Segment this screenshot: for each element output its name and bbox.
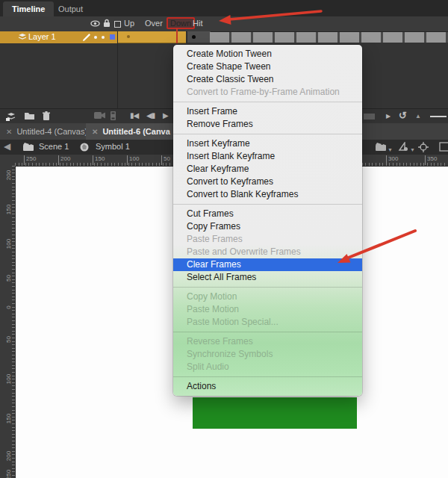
h-ruler-label: 150 xyxy=(93,155,105,165)
play-icon[interactable]: ▶ xyxy=(163,111,169,120)
layer-row[interactable]: Layer 1 xyxy=(0,31,448,43)
frame-label-down[interactable]: Down xyxy=(167,17,195,29)
menu-item-create-classic-tween[interactable]: Create Classic Tween xyxy=(173,73,362,86)
v-ruler-label: 150 xyxy=(5,412,12,426)
playhead[interactable] xyxy=(176,28,178,43)
doc-tab-untitled-4[interactable]: ✕Untitled-4 (Canvas)* xyxy=(0,123,87,140)
menu-item-insert-blank-keyframe[interactable]: Insert Blank Keyframe xyxy=(173,150,362,163)
symbol-name-label[interactable]: Symbol 1 xyxy=(96,142,130,151)
v-ruler-label: 100 xyxy=(5,372,12,387)
back-arrow-icon[interactable]: ◀ xyxy=(4,141,10,152)
chevron-down-icon: ▼ xyxy=(388,147,393,152)
loop-playback-icon[interactable]: ↺ xyxy=(399,110,407,121)
h-ruler-label: 350 xyxy=(425,155,437,165)
vertical-ruler: 20015010050050100150200250 xyxy=(0,166,16,478)
keyframe-dot xyxy=(192,35,196,39)
menu-item-create-shape-tween[interactable]: Create Shape Tween xyxy=(173,60,362,73)
frame-view-menu-icon[interactable]: ▲ xyxy=(415,113,421,120)
go-to-first-frame-icon[interactable]: ▮◀ xyxy=(130,111,138,120)
h-ruler-label: 300 xyxy=(386,155,398,165)
menu-item-insert-keyframe[interactable]: Insert Keyframe xyxy=(173,137,362,150)
h-ruler-label: 250 xyxy=(24,155,36,165)
lock-icon[interactable] xyxy=(103,19,111,28)
menu-item-clear-keyframe[interactable]: Clear Keyframe xyxy=(173,163,362,176)
menu-item-paste-motion-special: Paste Motion Special... xyxy=(173,316,362,329)
menu-item-convert-to-frame-by-frame-animation: Convert to Frame-by-Frame Animation xyxy=(173,86,362,99)
empty-frames-grid[interactable] xyxy=(210,32,448,43)
menu-item-copy-frames[interactable]: Copy Frames xyxy=(173,220,362,233)
outline-color-icon[interactable] xyxy=(114,21,121,28)
close-icon[interactable]: ✕ xyxy=(92,128,98,136)
menu-item-remove-frames[interactable]: Remove Frames xyxy=(173,118,362,131)
v-ruler-label: 50 xyxy=(5,271,12,286)
menu-item-convert-to-blank-keyframes[interactable]: Convert to Blank Keyframes xyxy=(173,188,362,201)
h-ruler-label: 100 xyxy=(127,155,139,165)
chevron-down-icon: ▼ xyxy=(410,147,415,152)
menu-item-copy-motion: Copy Motion xyxy=(173,291,362,303)
tab-timeline[interactable]: Timeline xyxy=(3,1,54,16)
scene-clapperboard-icon xyxy=(22,142,34,152)
step-back-icon[interactable]: ◀▮ xyxy=(146,111,155,120)
menu-item-select-all-frames[interactable]: Select All Frames xyxy=(173,271,362,284)
panel-tab-bar: Timeline Output xyxy=(0,0,448,17)
green-rectangle-shape[interactable] xyxy=(193,397,357,429)
layer-name-cell[interactable]: Layer 1 xyxy=(0,31,117,43)
center-frame-crosshair-icon[interactable] xyxy=(418,142,429,152)
menu-separator xyxy=(173,329,362,335)
layer-visible-dot[interactable] xyxy=(94,36,97,39)
symbol-hand-icon xyxy=(79,142,90,152)
camera-icon[interactable] xyxy=(94,111,105,120)
menu-item-convert-to-keyframes[interactable]: Convert to Keyframes xyxy=(173,176,362,188)
keyframe-dot xyxy=(127,35,130,38)
timeline-scrollbar-thumb[interactable] xyxy=(364,114,375,120)
menu-item-clear-frames[interactable]: Clear Frames xyxy=(173,258,362,271)
context-menu: Create Motion TweenCreate Shape TweenCre… xyxy=(173,45,362,396)
menu-item-paste-and-overwrite-frames: Paste and Overwrite Frames xyxy=(173,246,362,258)
v-ruler-label: 0 xyxy=(5,300,12,315)
edit-symbol-icon[interactable] xyxy=(398,142,409,152)
pencil-edit-icon xyxy=(82,33,91,42)
hit-frame-cell[interactable] xyxy=(187,31,211,43)
v-ruler-label: 200 xyxy=(5,449,12,464)
h-ruler-label: 200 xyxy=(58,155,70,165)
menu-item-paste-motion: Paste Motion xyxy=(173,303,362,316)
scroll-right-icon[interactable]: ▶ xyxy=(386,113,391,120)
v-ruler-label: 100 xyxy=(5,237,12,252)
menu-separator xyxy=(173,131,362,137)
frame-label-up[interactable]: Up xyxy=(124,19,134,28)
v-ruler-label: 200 xyxy=(5,168,12,183)
menu-item-paste-frames: Paste Frames xyxy=(173,233,362,246)
tab-output[interactable]: Output xyxy=(49,1,92,16)
frame-size-slider[interactable] xyxy=(430,116,447,117)
layer-lock-dot[interactable] xyxy=(102,36,105,39)
visibility-eye-icon[interactable] xyxy=(90,19,100,28)
timeline-header-row: Up Over Down Hit xyxy=(0,16,448,32)
menu-item-create-motion-tween[interactable]: Create Motion Tween xyxy=(173,48,362,60)
ruler-ticks xyxy=(12,166,15,478)
menu-item-split-audio: Split Audio xyxy=(173,361,362,373)
frame-label-over[interactable]: Over xyxy=(145,19,163,28)
new-layer-icon[interactable] xyxy=(6,111,16,121)
frame-label-hit[interactable]: Hit xyxy=(193,19,202,28)
menu-item-reverse-frames: Reverse Frames xyxy=(173,335,362,348)
menu-item-cut-frames[interactable]: Cut Frames xyxy=(173,208,362,220)
new-folder-icon[interactable] xyxy=(24,111,35,120)
layer-name-label: Layer 1 xyxy=(28,32,56,41)
menu-item-insert-frame[interactable]: Insert Frame xyxy=(173,105,362,118)
zoom-box-partial[interactable] xyxy=(439,142,448,152)
edit-scene-icon[interactable] xyxy=(375,142,387,152)
scene-name-label[interactable]: Scene 1 xyxy=(39,142,69,151)
close-icon[interactable]: ✕ xyxy=(6,128,12,136)
frame-span[interactable] xyxy=(117,31,186,43)
v-ruler-label: 150 xyxy=(5,202,12,217)
app-window: Timeline Output Up Over Down Hit Layer 1 xyxy=(0,0,448,478)
menu-separator xyxy=(173,99,362,105)
menu-separator xyxy=(173,284,362,291)
menu-item-synchronize-symbols: Synchronize Symbols xyxy=(173,348,362,361)
v-ruler-label: 250 xyxy=(5,468,12,478)
onion-skin-icon[interactable] xyxy=(111,111,116,120)
menu-item-actions[interactable]: Actions xyxy=(173,380,362,393)
layer-outline-swatch[interactable] xyxy=(110,34,115,40)
v-ruler-label: 50 xyxy=(5,332,12,347)
delete-trash-icon[interactable] xyxy=(42,111,51,121)
